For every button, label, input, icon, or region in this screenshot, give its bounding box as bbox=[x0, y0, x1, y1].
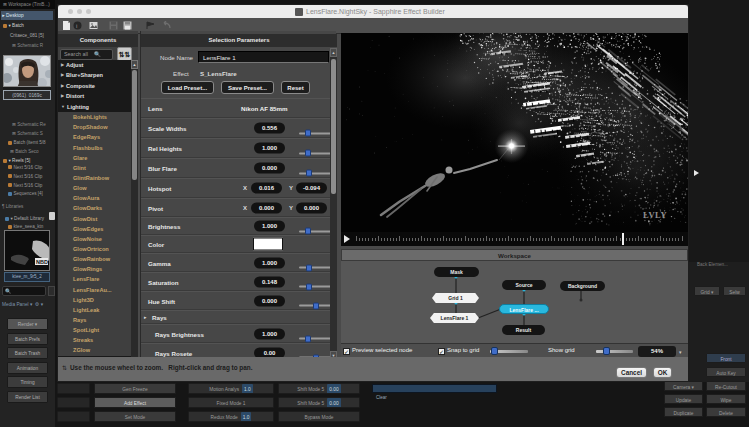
svg-text:i: i bbox=[76, 23, 77, 29]
svg-text:LVLY: LVLY bbox=[643, 210, 667, 220]
svg-text:NBD: NBD bbox=[36, 259, 48, 265]
